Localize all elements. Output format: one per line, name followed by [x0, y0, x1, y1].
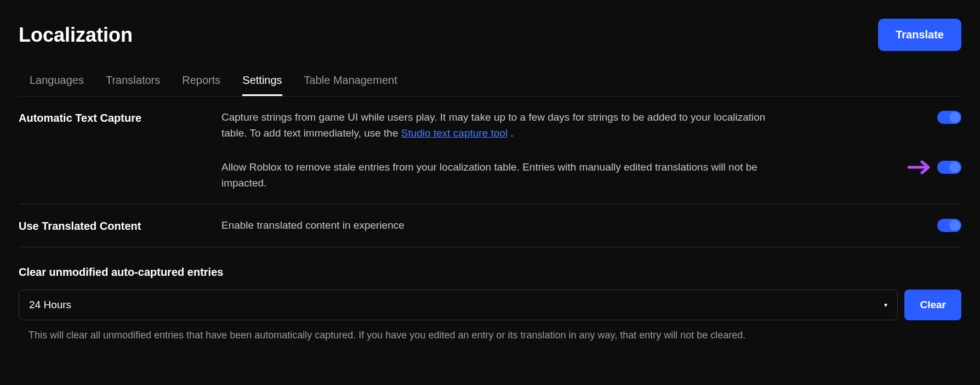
tab-settings[interactable]: Settings	[242, 66, 282, 96]
section-clear-entries: Clear unmodified auto-captured entries 2…	[19, 247, 961, 343]
auto-capture-desc-1: Capture strings from game UI while users…	[221, 110, 770, 141]
studio-text-capture-link[interactable]: Studio text capture tool	[401, 127, 508, 139]
use-translated-label: Use Translated Content	[19, 218, 221, 233]
clear-duration-dropdown[interactable]: 24 Hours ▾	[19, 290, 898, 320]
page-title: Localization	[19, 24, 133, 47]
use-translated-desc: Enable translated content in experience	[221, 218, 404, 234]
section-auto-capture: Automatic Text Capture Capture strings f…	[19, 97, 961, 205]
tab-reports[interactable]: Reports	[182, 66, 220, 96]
section-use-translated: Use Translated Content Enable translated…	[19, 205, 961, 247]
use-translated-toggle[interactable]	[937, 219, 961, 232]
stale-entries-desc: Allow Roblox to remove stale entries fro…	[221, 160, 770, 191]
chevron-down-icon: ▾	[884, 301, 887, 309]
arrow-right-icon	[909, 161, 933, 174]
translate-button[interactable]: Translate	[878, 19, 961, 51]
clear-help-text: This will clear all unmodified entries t…	[19, 328, 961, 343]
auto-capture-toggle[interactable]	[937, 111, 961, 124]
tab-table-management[interactable]: Table Management	[304, 66, 397, 96]
clear-entries-title: Clear unmodified auto-captured entries	[19, 266, 961, 279]
tabs-bar: Languages Translators Reports Settings T…	[19, 66, 961, 97]
clear-button[interactable]: Clear	[904, 290, 961, 320]
auto-capture-label: Automatic Text Capture	[19, 110, 221, 124]
tab-languages[interactable]: Languages	[30, 66, 84, 96]
tab-translators[interactable]: Translators	[106, 66, 160, 96]
stale-entries-toggle[interactable]	[937, 161, 961, 174]
clear-duration-value: 24 Hours	[29, 299, 71, 311]
auto-capture-desc-1-suffix: .	[508, 127, 514, 139]
